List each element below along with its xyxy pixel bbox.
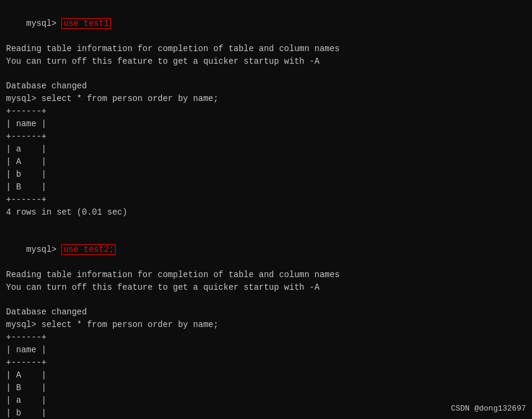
line-rowcount-1: 4 rows in set (0.01 sec) xyxy=(6,206,526,219)
line-row-2c: | a | xyxy=(6,394,526,407)
blank-2 xyxy=(6,219,526,231)
line-row-2d: | b | xyxy=(6,407,526,419)
line-2: Reading table information for completion… xyxy=(6,43,526,55)
line-select-2: mysql> select * from person order by nam… xyxy=(6,319,526,331)
watermark: CSDN @dong132697 xyxy=(451,404,526,413)
line-sep-2a: +------+ xyxy=(6,331,526,344)
line-col-2: | name | xyxy=(6,344,526,356)
line-db-changed-2: Database changed xyxy=(6,306,526,319)
line-row-1a: | a | xyxy=(6,143,526,156)
line-sep-1b: +------+ xyxy=(6,130,526,143)
cmd-1: use test1 xyxy=(61,18,111,29)
cmd-2: use test2; xyxy=(61,244,116,255)
blank-1 xyxy=(6,68,526,80)
prompt-1: mysql> xyxy=(26,19,62,28)
line-col-1: | name | xyxy=(6,118,526,130)
line-3: You can turn off this feature to get a q… xyxy=(6,55,526,68)
prompt-2: mysql> xyxy=(26,245,62,254)
line-sep-1c: +------+ xyxy=(6,194,526,206)
line-row-1c: | b | xyxy=(6,168,526,181)
line-db-changed-1: Database changed xyxy=(6,80,526,93)
line-row-1d: | B | xyxy=(6,181,526,194)
line-select-1: mysql> select * from person order by nam… xyxy=(6,93,526,105)
line-row-1b: | A | xyxy=(6,156,526,168)
line-sep-2b: +------+ xyxy=(6,356,526,369)
terminal-window: mysql> use test1 Reading table informati… xyxy=(0,0,532,419)
line-reading-2: Reading table information for completion… xyxy=(6,269,526,281)
blank-3 xyxy=(6,294,526,306)
line-cmd-2: mysql> use test2; xyxy=(6,231,526,269)
line-row-2a: | A | xyxy=(6,369,526,382)
line-row-2b: | B | xyxy=(6,382,526,394)
line-turn-off-2: You can turn off this feature to get a q… xyxy=(6,281,526,294)
line-sep-1a: +------+ xyxy=(6,105,526,118)
line-1: mysql> use test1 xyxy=(6,5,526,43)
